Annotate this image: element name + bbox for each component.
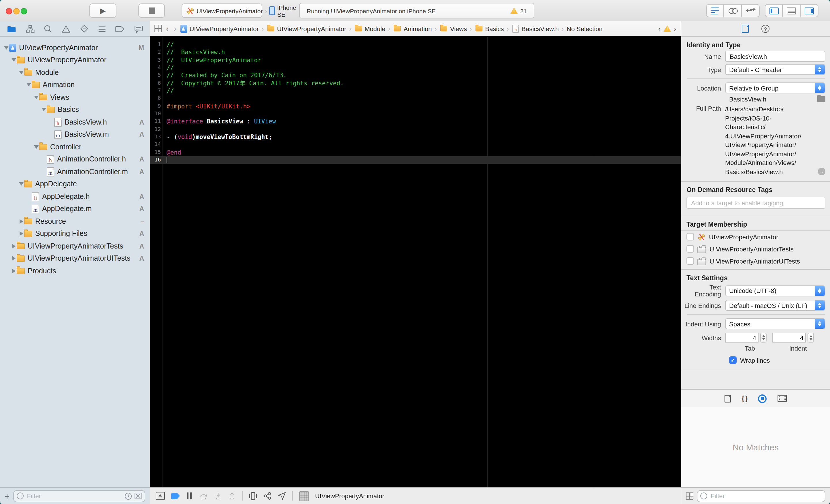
minimize-window-button[interactable] bbox=[13, 8, 20, 14]
zoom-window-button[interactable] bbox=[21, 8, 27, 14]
indent-width-input[interactable] bbox=[773, 333, 805, 342]
tab-width-field[interactable] bbox=[725, 333, 759, 343]
breadcrumb-item[interactable]: Module bbox=[354, 25, 385, 32]
memory-graph-debugger-button[interactable] bbox=[263, 492, 271, 500]
breadcrumb-item[interactable]: hBasicsView.h bbox=[512, 24, 559, 33]
disclosure-triangle[interactable] bbox=[19, 231, 24, 236]
indent-width-field[interactable] bbox=[772, 333, 806, 343]
disclosure-triangle[interactable] bbox=[19, 71, 24, 74]
stop-button[interactable] bbox=[138, 3, 165, 18]
tree-row[interactable]: UIViewPropertyAnimatorUITestsA bbox=[0, 252, 150, 265]
library-filter-field[interactable] bbox=[697, 490, 825, 502]
tree-row[interactable]: UIViewPropertyAnimatorM bbox=[0, 41, 150, 54]
code-line[interactable]: 1// bbox=[150, 41, 681, 49]
jumpbar-warning-icon[interactable] bbox=[663, 25, 671, 32]
code-line[interactable]: 7// bbox=[150, 87, 681, 95]
disclosure-triangle[interactable] bbox=[26, 83, 32, 87]
code-line[interactable]: 8 bbox=[150, 95, 681, 103]
go-forward-button[interactable]: › bbox=[172, 24, 178, 33]
tree-row[interactable]: Views bbox=[0, 91, 150, 103]
process-name[interactable]: UIViewPropertyAnimator bbox=[315, 493, 384, 499]
navigator-filter-input[interactable] bbox=[26, 492, 122, 500]
media-library-icon[interactable] bbox=[778, 395, 787, 402]
toggle-inspector-button[interactable] bbox=[801, 4, 819, 17]
code-line[interactable]: 5// Created by Cain on 2017/6/13. bbox=[150, 72, 681, 80]
indent-using-dropdown[interactable]: Spaces bbox=[725, 318, 825, 329]
breadcrumb-item[interactable]: UIViewPropertyAnimator bbox=[266, 25, 346, 32]
tree-row[interactable]: Controller bbox=[0, 141, 150, 153]
previous-issue-button[interactable]: ‹ bbox=[658, 25, 661, 33]
close-window-button[interactable] bbox=[6, 8, 12, 14]
next-issue-button[interactable]: › bbox=[674, 25, 676, 33]
warning-count[interactable]: 21 bbox=[520, 7, 527, 14]
simulate-location-button[interactable] bbox=[278, 492, 286, 500]
tree-row[interactable]: UIViewPropertyAnimatorTestsA bbox=[0, 240, 150, 252]
pause-button[interactable] bbox=[186, 493, 193, 499]
disclosure-triangle[interactable] bbox=[19, 219, 24, 224]
code-line[interactable]: 15@end bbox=[150, 149, 681, 156]
toggle-debug-area-button[interactable] bbox=[783, 4, 801, 17]
recent-files-clock-icon[interactable] bbox=[125, 492, 132, 500]
step-into-button[interactable] bbox=[214, 492, 222, 500]
target-checkbox[interactable] bbox=[687, 257, 694, 265]
breakpoints-toggle-button[interactable] bbox=[171, 493, 180, 499]
hide-debug-area-button[interactable] bbox=[156, 492, 165, 500]
code-line[interactable]: 16 bbox=[150, 156, 681, 164]
test-navigator-tab-icon[interactable] bbox=[80, 25, 88, 33]
breadcrumb-item[interactable]: Views bbox=[440, 25, 467, 32]
step-out-button[interactable] bbox=[228, 492, 235, 500]
code-line[interactable]: 10 bbox=[150, 110, 681, 118]
add-button[interactable]: + bbox=[5, 492, 10, 500]
step-over-button[interactable] bbox=[199, 492, 208, 500]
tree-row[interactable]: hAnimationController.hA bbox=[0, 153, 150, 165]
standard-editor-button[interactable] bbox=[706, 4, 724, 17]
assistant-editor-button[interactable] bbox=[724, 4, 742, 17]
warning-icon[interactable] bbox=[510, 7, 518, 14]
breadcrumb-item[interactable]: Basics bbox=[475, 25, 504, 32]
debug-navigator-tab-icon[interactable] bbox=[98, 25, 106, 32]
tree-row[interactable]: Animation bbox=[0, 79, 150, 91]
tree-row[interactable]: mAnimationController.mA bbox=[0, 165, 150, 178]
location-dropdown[interactable]: Relative to Group bbox=[725, 83, 825, 93]
disclosure-triangle[interactable] bbox=[19, 183, 24, 186]
type-dropdown[interactable]: Default - C Header bbox=[725, 64, 825, 75]
run-button[interactable]: ▶ bbox=[89, 3, 117, 18]
disclosure-triangle[interactable] bbox=[11, 256, 17, 261]
disclosure-triangle[interactable] bbox=[11, 269, 17, 273]
tree-row[interactable]: Products bbox=[0, 265, 150, 277]
toggle-navigator-button[interactable] bbox=[765, 4, 783, 17]
library-grid-view-icon[interactable] bbox=[686, 492, 693, 500]
source-control-status-icon[interactable] bbox=[134, 493, 142, 499]
related-items-icon[interactable] bbox=[155, 25, 162, 32]
name-input[interactable] bbox=[729, 52, 822, 60]
scheme-selector[interactable]: UIViewPropertyAnimator › iPhone SE bbox=[182, 3, 262, 18]
go-back-button[interactable]: ‹ bbox=[165, 24, 170, 33]
name-field[interactable] bbox=[725, 51, 825, 62]
project-navigator-tab-icon[interactable] bbox=[7, 25, 16, 33]
report-navigator-tab-icon[interactable] bbox=[134, 25, 143, 33]
tree-row[interactable]: Basics bbox=[0, 103, 150, 116]
target-checkbox[interactable] bbox=[687, 233, 694, 241]
breadcrumb-item[interactable]: UIViewPropertyAnimator bbox=[180, 25, 258, 33]
code-line[interactable]: 4// bbox=[150, 64, 681, 72]
navigator-filter-field[interactable] bbox=[13, 490, 145, 502]
file-template-library-icon[interactable] bbox=[724, 395, 731, 402]
choose-location-folder-icon[interactable] bbox=[817, 96, 825, 102]
open-path-arrow-icon[interactable]: → bbox=[818, 168, 825, 175]
code-line[interactable]: 9#import <UIKit/UIKit.h> bbox=[150, 102, 681, 110]
disclosure-triangle[interactable] bbox=[11, 59, 17, 62]
resource-tags-input[interactable] bbox=[690, 199, 822, 207]
code-line[interactable]: 12 bbox=[150, 125, 681, 133]
disclosure-triangle[interactable] bbox=[33, 96, 39, 99]
tree-row[interactable]: mBasicsView.mA bbox=[0, 128, 150, 141]
issue-navigator-tab-icon[interactable] bbox=[62, 25, 70, 33]
view-hierarchy-debugger-button[interactable] bbox=[249, 492, 257, 500]
tree-row[interactable]: Resource– bbox=[0, 215, 150, 227]
version-editor-button[interactable] bbox=[742, 4, 760, 17]
disclosure-triangle[interactable] bbox=[41, 108, 47, 112]
disclosure-triangle[interactable] bbox=[33, 145, 39, 149]
disclosure-triangle[interactable] bbox=[11, 244, 17, 249]
breakpoint-navigator-tab-icon[interactable] bbox=[115, 26, 125, 32]
tree-row[interactable]: AppDelegate bbox=[0, 178, 150, 190]
tree-row[interactable]: hBasicsView.hA bbox=[0, 116, 150, 128]
